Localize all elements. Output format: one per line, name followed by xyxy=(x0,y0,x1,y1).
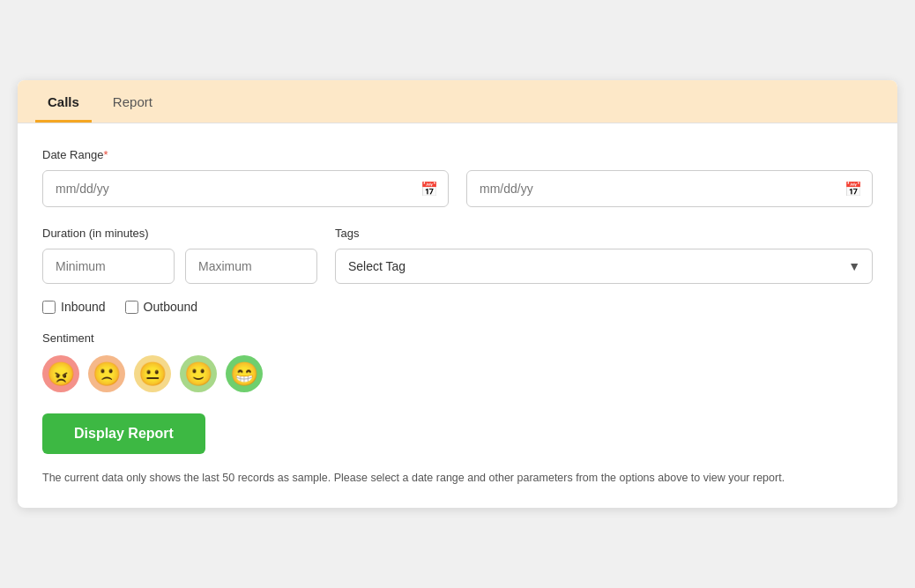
display-report-button[interactable]: Display Report xyxy=(42,413,205,454)
tags-label: Tags xyxy=(335,227,873,240)
tab-calls[interactable]: Calls xyxy=(35,80,92,123)
inbound-checkbox[interactable] xyxy=(42,301,56,314)
tags-group: Tags Select Tag ▼ xyxy=(335,227,873,284)
outbound-checkbox-label[interactable]: Outbound xyxy=(125,300,198,314)
checkboxes-row: Inbound Outbound xyxy=(42,300,873,314)
outbound-checkbox[interactable] xyxy=(125,301,138,314)
tab-report[interactable]: Report xyxy=(100,80,165,123)
card-body: Date Range* 📅 📅 Duration (in minutes) xyxy=(18,123,897,508)
end-date-wrapper: 📅 xyxy=(466,170,873,207)
info-text: The current data only shows the last 50 … xyxy=(42,470,873,487)
inbound-checkbox-label[interactable]: Inbound xyxy=(42,300,106,314)
duration-max-input[interactable] xyxy=(185,249,317,284)
required-star: * xyxy=(103,148,108,161)
date-range-label: Date Range* xyxy=(42,148,873,161)
start-date-wrapper: 📅 xyxy=(42,170,449,207)
sentiment-section: Sentiment 😠 🙁 😐 🙂 😁 xyxy=(42,331,873,392)
sentiment-label: Sentiment xyxy=(42,331,873,345)
inbound-label: Inbound xyxy=(61,300,106,314)
end-date-input[interactable] xyxy=(466,170,873,207)
duration-min-input[interactable] xyxy=(42,249,175,284)
sentiment-good[interactable]: 🙂 xyxy=(180,355,217,392)
sentiment-bad[interactable]: 🙁 xyxy=(88,355,125,392)
sentiment-very-good[interactable]: 😁 xyxy=(226,355,263,392)
start-date-input[interactable] xyxy=(42,170,449,207)
sentiment-very-bad[interactable]: 😠 xyxy=(42,355,79,392)
tabs-header: Calls Report xyxy=(18,80,897,123)
sentiment-icons: 😠 🙁 😐 🙂 😁 xyxy=(42,355,873,392)
outbound-label: Outbound xyxy=(144,300,198,314)
duration-inputs xyxy=(42,249,317,284)
main-card: Calls Report Date Range* 📅 📅 Duration (i… xyxy=(18,80,897,508)
fields-row: Duration (in minutes) Tags Select Tag ▼ xyxy=(42,227,873,284)
duration-group-outer: Duration (in minutes) xyxy=(42,227,317,284)
select-wrapper: Select Tag ▼ xyxy=(335,249,873,284)
date-range-row: 📅 📅 xyxy=(42,170,873,207)
tags-select[interactable]: Select Tag xyxy=(335,249,873,284)
duration-label: Duration (in minutes) xyxy=(42,227,317,240)
sentiment-neutral[interactable]: 😐 xyxy=(134,355,171,392)
